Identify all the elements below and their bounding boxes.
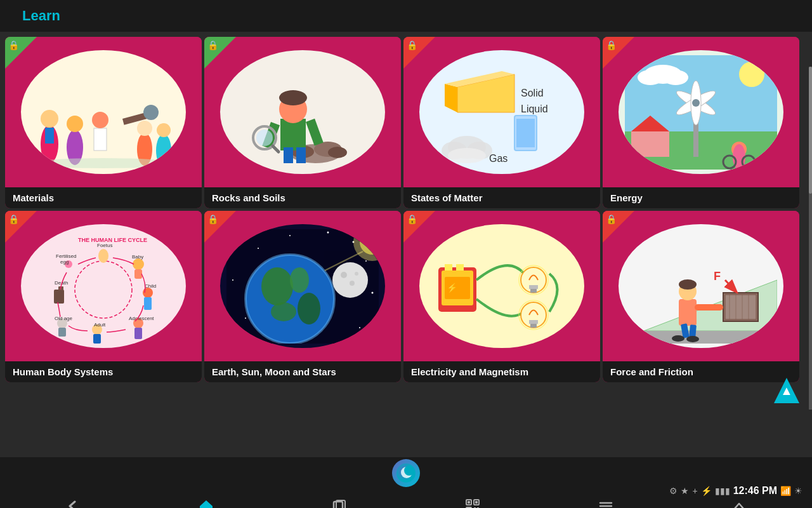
card-label-electricity: Electricity and Magnetism [403, 361, 600, 382]
card-force-friction[interactable]: 🔒 [603, 211, 799, 382]
app-logo [392, 459, 420, 487]
svg-point-1 [41, 110, 58, 128]
app-title: Learn [22, 8, 60, 24]
oval-rocks [220, 50, 385, 174]
svg-rect-65 [134, 269, 142, 279]
svg-point-101 [332, 262, 368, 298]
svg-point-83 [239, 237, 240, 239]
card-states-matter[interactable]: 🔒 Solid Liquid [403, 37, 600, 208]
svg-text:Adolescent: Adolescent [129, 316, 154, 321]
svg-point-58 [75, 261, 132, 318]
status-bar: ⚙ ★ + ⚡ ▮▮▮ 12:46 PM 📶 ☀ [669, 485, 802, 497]
card-image-matter: 🔒 Solid Liquid [403, 37, 600, 187]
svg-rect-33 [516, 119, 535, 147]
card-rocks-soils[interactable]: 🔒 [204, 37, 401, 208]
svg-rect-107 [445, 264, 452, 271]
oval-energy [619, 50, 783, 174]
svg-point-132 [679, 279, 697, 290]
svg-text:THE HUMAN LIFE CYCLE: THE HUMAN LIFE CYCLE [78, 237, 147, 243]
svg-point-44 [663, 70, 688, 85]
svg-point-50 [692, 99, 700, 107]
svg-rect-68 [144, 297, 152, 310]
wifi-icon: 📶 [780, 486, 791, 496]
svg-rect-71 [134, 328, 142, 339]
topic-grid: 🔒 [0, 32, 812, 457]
svg-rect-108 [456, 264, 464, 271]
back-button[interactable] [65, 498, 81, 508]
card-image-materials: 🔒 [5, 37, 202, 187]
svg-point-91 [289, 235, 291, 236]
svg-rect-141 [334, 502, 343, 508]
oval-matter: Solid Liquid Gas [419, 50, 584, 174]
nav-up-button[interactable] [731, 498, 747, 508]
svg-point-12 [157, 123, 171, 137]
svg-point-67 [143, 288, 153, 298]
svg-text:Baby: Baby [132, 254, 143, 260]
lock-icon-body: 🔒 [8, 214, 19, 224]
svg-point-13 [34, 158, 173, 168]
brightness-icon: ☀ [794, 486, 802, 496]
home-button[interactable] [198, 498, 214, 508]
bottom-bar [0, 457, 812, 489]
card-earth-sun[interactable]: 🔒 [204, 211, 401, 382]
svg-point-10 [137, 121, 152, 136]
svg-text:Adult: Adult [94, 322, 106, 328]
card-image-body: 🔒 THE HUMAN LIFE CYCLE Fertilised egg [5, 211, 202, 361]
card-materials[interactable]: 🔒 [5, 37, 202, 208]
svg-point-96 [261, 267, 293, 305]
svg-point-11 [156, 134, 171, 167]
card-image-earth: 🔒 [204, 211, 401, 361]
card-label-matter: States of Matter [403, 187, 600, 208]
card-energy[interactable]: 🔒 [603, 37, 799, 208]
svg-rect-79 [54, 290, 64, 304]
lock-icon-matter: 🔒 [407, 40, 417, 50]
svg-rect-74 [93, 334, 101, 344]
card-image-electricity: 🔒 ⚡ [403, 211, 600, 361]
svg-point-84 [258, 248, 259, 249]
svg-point-88 [372, 291, 374, 293]
svg-point-24 [256, 130, 273, 146]
oval-earth [220, 224, 385, 348]
svg-point-137 [686, 336, 699, 342]
qr-button[interactable] [464, 498, 481, 508]
svg-line-129 [725, 280, 736, 291]
svg-point-97 [290, 267, 309, 293]
svg-point-98 [271, 302, 296, 321]
svg-rect-147 [475, 501, 478, 504]
header: Learn [0, 0, 812, 32]
svg-rect-121 [625, 331, 777, 344]
menu-button[interactable] [598, 498, 614, 508]
svg-rect-133 [695, 304, 723, 311]
lock-icon-rocks: 🔒 [207, 40, 218, 50]
svg-point-43 [638, 70, 663, 85]
card-electricity[interactable]: 🔒 ⚡ [403, 211, 600, 382]
svg-rect-2 [45, 128, 54, 144]
svg-point-92 [327, 231, 329, 233]
svg-point-4 [67, 116, 83, 132]
card-human-body[interactable]: 🔒 THE HUMAN LIFE CYCLE Fertilised egg [5, 211, 202, 382]
oval-force: F [619, 224, 783, 348]
recents-button[interactable] [331, 498, 348, 508]
main-content: 🔒 [0, 32, 812, 457]
svg-rect-27 [296, 147, 306, 163]
star-icon: ★ [681, 486, 689, 496]
svg-rect-146 [468, 501, 470, 504]
svg-point-87 [232, 279, 233, 281]
svg-rect-5 [94, 128, 107, 150]
oval-electricity: ⚡ [419, 224, 584, 348]
svg-line-25 [273, 146, 278, 152]
card-label-earth: Earth, Sun, Moon and Stars [204, 361, 401, 382]
svg-text:Child: Child [145, 283, 156, 289]
svg-point-104 [355, 272, 358, 276]
svg-rect-51 [631, 131, 669, 157]
svg-rect-117 [529, 320, 538, 324]
svg-point-20 [279, 90, 307, 105]
svg-point-38 [448, 148, 486, 163]
svg-rect-22 [306, 118, 324, 145]
svg-point-99 [298, 293, 320, 324]
svg-point-17 [328, 147, 347, 158]
svg-point-90 [359, 327, 360, 328]
lock-icon-materials: 🔒 [8, 40, 19, 50]
card-image-energy: 🔒 [603, 37, 799, 187]
svg-rect-113 [529, 285, 538, 289]
